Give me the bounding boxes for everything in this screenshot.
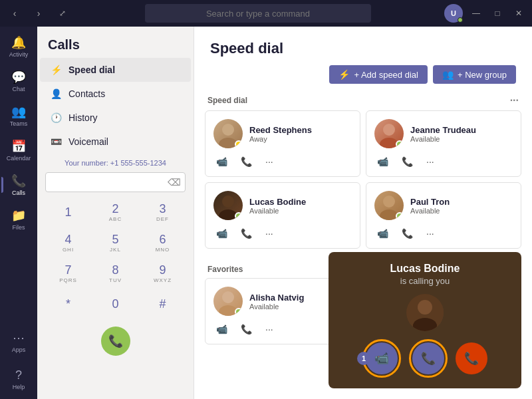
- sidebar-item-chat[interactable]: 💬 Chat: [1, 64, 36, 98]
- dial-key-4[interactable]: 4GHI: [45, 228, 91, 257]
- calendar-icon: 📅: [11, 139, 26, 154]
- dial-call-button[interactable]: 📞: [101, 327, 130, 356]
- dial-key-3[interactable]: 3DEF: [140, 198, 186, 227]
- sidebar-menu-speed-dial[interactable]: ⚡ Speed dial: [40, 58, 191, 82]
- more-paul-button[interactable]: ···: [424, 227, 437, 240]
- contact-info-paul: Paul Tron Available: [410, 197, 513, 215]
- video-call-alisha-button[interactable]: 📹: [213, 323, 230, 336]
- dialpad-input-row: ⌫: [45, 172, 186, 192]
- add-speed-dial-button[interactable]: ⚡ + Add speed dial: [329, 65, 428, 84]
- contact-actions-paul: 📹 📞 ···: [374, 227, 513, 240]
- dialpad-grid: 1 2ABC 3DEF 4GHI 5JKL 6MNO 7PQRS 8TUV 9W…: [37, 195, 194, 321]
- calling-overlay: Lucas Bodine is calling you 1 📹 📞 📞: [329, 252, 521, 388]
- sidebar-item-apps[interactable]: ⋯ Apps: [1, 325, 36, 359]
- titlebar-right: U — □ ✕: [444, 4, 527, 23]
- chat-icon: 💬: [11, 70, 26, 84]
- dial-key-8[interactable]: 8TUV: [92, 259, 138, 288]
- sidebar-item-teams[interactable]: 👥 Teams: [1, 98, 36, 133]
- phone-call-jeanne-button[interactable]: 📞: [399, 155, 416, 168]
- main-toolbar: ⚡ + Add speed dial 👥 + New group: [194, 63, 532, 89]
- svg-point-8: [222, 291, 234, 303]
- video-call-jeanne-button[interactable]: 📹: [374, 155, 391, 168]
- speed-dial-section-header: Speed dial ···: [205, 89, 521, 110]
- forward-button[interactable]: ›: [29, 4, 48, 23]
- sidebar-menu-voicemail[interactable]: 📼 Voicemail: [40, 130, 191, 154]
- phone-call-lucas-button[interactable]: 📞: [238, 227, 255, 240]
- sidebar-menu-contacts[interactable]: 👤 Contacts: [40, 82, 191, 106]
- contact-name-jeanne: Jeanne Trudeau: [410, 125, 513, 135]
- more-jeanne-button[interactable]: ···: [424, 155, 437, 168]
- svg-point-11: [418, 300, 432, 315]
- activity-icon: 🔔: [11, 35, 26, 50]
- avatar[interactable]: U: [444, 4, 463, 23]
- back-button[interactable]: ‹: [5, 4, 24, 23]
- decline-button[interactable]: 📞: [456, 342, 487, 374]
- contact-name-lucas: Lucas Bodine: [249, 197, 352, 207]
- more-alisha-button[interactable]: ···: [263, 323, 276, 336]
- dial-key-7[interactable]: 7PQRS: [45, 259, 91, 288]
- dial-key-0[interactable]: 0: [92, 289, 138, 319]
- contact-info-lucas: Lucas Bodine Available: [249, 197, 352, 215]
- more-reed-button[interactable]: ···: [263, 155, 276, 168]
- video-call-lucas-button[interactable]: 📹: [213, 227, 230, 240]
- contact-status-paul: Available: [410, 207, 513, 215]
- calls-icon: 📞: [11, 174, 26, 188]
- sidebar-item-help[interactable]: ? Help: [1, 362, 36, 396]
- dial-key-star[interactable]: *: [45, 289, 91, 319]
- contact-card-paul: Paul Tron Available 📹 📞 ···: [366, 182, 521, 249]
- avatar-alisha: [213, 287, 243, 316]
- status-dot-reed: [235, 140, 243, 148]
- contact-card-reed: Reed Stephens Away 📹 📞 ···: [205, 110, 360, 177]
- main-content-wrapper: Speed dial ⚡ + Add speed dial 👥 + New gr…: [194, 27, 532, 399]
- files-icon: 📁: [11, 208, 26, 223]
- dial-key-2[interactable]: 2ABC: [92, 198, 138, 227]
- dial-key-9[interactable]: 9WXYZ: [140, 259, 186, 288]
- left-nav: 🔔 Activity 💬 Chat 👥 Teams 📅 Calendar 📞 C…: [0, 27, 37, 399]
- calling-avatar: [406, 294, 444, 331]
- avatar-paul: [374, 191, 404, 220]
- group-icon: 👥: [442, 69, 454, 80]
- sidebar-item-files[interactable]: 📁 Files: [1, 202, 36, 237]
- minimize-button[interactable]: —: [468, 5, 484, 21]
- phone-call-paul-button[interactable]: 📞: [399, 227, 416, 240]
- avatar-jeanne: [374, 119, 404, 148]
- status-dot-paul: [396, 212, 404, 220]
- dial-key-1[interactable]: 1: [45, 198, 91, 227]
- dial-key-5[interactable]: 5JKL: [92, 228, 138, 257]
- contact-name-reed: Reed Stephens: [249, 125, 352, 135]
- phone-call-reed-button[interactable]: 📞: [238, 155, 255, 168]
- phone-answer-button[interactable]: 📞: [412, 342, 444, 374]
- add-icon: ⚡: [338, 69, 350, 80]
- speed-dial-more-button[interactable]: ···: [510, 94, 519, 106]
- contact-name-paul: Paul Tron: [410, 197, 513, 207]
- sidebar-item-activity[interactable]: 🔔 Activity: [1, 29, 36, 64]
- speed-dial-icon: ⚡: [51, 65, 62, 75]
- contact-info-reed: Reed Stephens Away: [249, 125, 352, 143]
- maximize-button[interactable]: □: [489, 5, 505, 21]
- contact-card-jeanne: Jeanne Trudeau Available 📹 📞 ···: [366, 110, 521, 177]
- dial-key-hash[interactable]: #: [140, 289, 186, 319]
- video-call-reed-button[interactable]: 📹: [213, 155, 230, 168]
- dialpad-input[interactable]: [51, 177, 168, 188]
- sidebar-item-calendar[interactable]: 📅 Calendar: [1, 133, 36, 168]
- svg-point-2: [383, 124, 395, 136]
- search-input[interactable]: [145, 4, 371, 23]
- contact-info-jeanne: Jeanne Trudeau Available: [410, 125, 513, 143]
- contact-status-reed: Away: [249, 135, 352, 143]
- external-link-button[interactable]: ⤢: [53, 4, 72, 23]
- speed-dial-grid: Reed Stephens Away 📹 📞 ···: [205, 110, 521, 249]
- avatar-reed: [213, 119, 243, 148]
- phone-call-alisha-button[interactable]: 📞: [238, 323, 255, 336]
- sidebar-item-calls[interactable]: 📞 Calls: [1, 168, 36, 202]
- close-button[interactable]: ✕: [511, 5, 527, 21]
- titlebar: ‹ › ⤢ U — □ ✕: [0, 0, 532, 27]
- contact-actions-reed: 📹 📞 ···: [213, 155, 352, 168]
- new-group-button[interactable]: 👥 + New group: [433, 65, 516, 84]
- dial-key-6[interactable]: 6MNO: [140, 228, 186, 257]
- video-call-paul-button[interactable]: 📹: [374, 227, 391, 240]
- more-lucas-button[interactable]: ···: [263, 227, 276, 240]
- backspace-button[interactable]: ⌫: [168, 177, 181, 188]
- calling-buttons-row: 1 📹 📞 📞: [362, 339, 487, 378]
- video-answer-button[interactable]: 📹: [366, 342, 398, 374]
- sidebar-menu-history[interactable]: 🕐 History: [40, 106, 191, 130]
